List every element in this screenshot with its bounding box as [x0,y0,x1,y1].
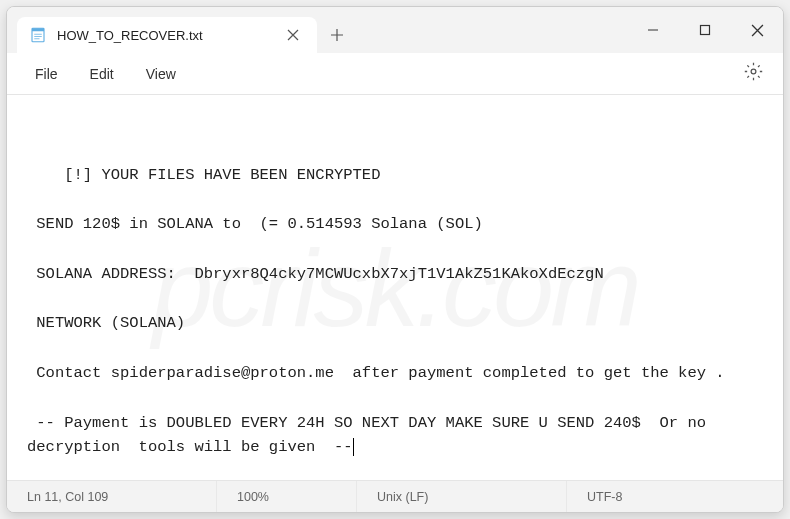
status-encoding[interactable]: UTF-8 [567,481,783,512]
text-editor[interactable]: pcrisk.com [!] YOUR FILES HAVE BEEN ENCR… [7,95,783,480]
minimize-button[interactable] [627,7,679,53]
tab-title: HOW_TO_RECOVER.txt [57,28,279,43]
document-text: [!] YOUR FILES HAVE BEEN ENCRYPTED SEND … [27,166,725,457]
svg-rect-1 [32,28,44,31]
maximize-button[interactable] [679,7,731,53]
svg-rect-5 [701,26,710,35]
status-position[interactable]: Ln 11, Col 109 [7,481,217,512]
menu-view[interactable]: View [130,60,192,88]
svg-point-6 [751,69,756,74]
menu-file[interactable]: File [19,60,74,88]
settings-button[interactable] [735,56,771,92]
window-controls [627,7,783,53]
file-tab[interactable]: HOW_TO_RECOVER.txt [17,17,317,53]
gear-icon [744,62,763,85]
statusbar: Ln 11, Col 109 100% Unix (LF) UTF-8 [7,480,783,512]
titlebar: HOW_TO_RECOVER.txt [7,7,783,53]
close-button[interactable] [731,7,783,53]
notepad-window: HOW_TO_RECOVER.txt File Edit View [6,6,784,513]
notepad-icon [29,26,47,44]
menu-edit[interactable]: Edit [74,60,130,88]
menubar: File Edit View [7,53,783,95]
status-line-ending[interactable]: Unix (LF) [357,481,567,512]
status-zoom[interactable]: 100% [217,481,357,512]
text-cursor [353,438,354,456]
new-tab-button[interactable] [317,17,357,53]
tab-close-button[interactable] [279,21,307,49]
